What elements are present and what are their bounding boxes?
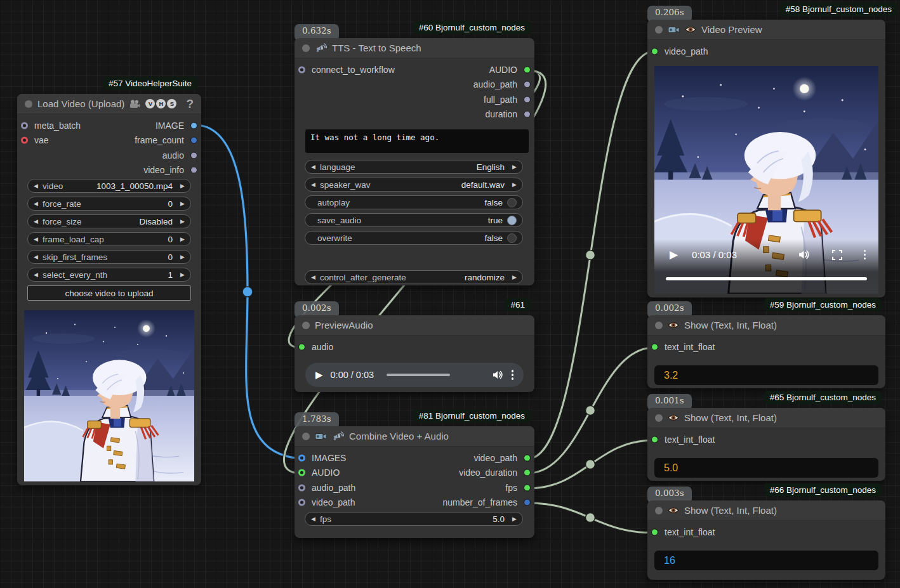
increment-icon[interactable]: ▶ (509, 516, 517, 522)
node-titlebar[interactable]: Combine Video + Audio (294, 426, 534, 447)
node-titlebar[interactable]: Load Video (Upload) V H S ? (17, 94, 201, 114)
toggle-on-icon[interactable] (507, 216, 517, 225)
widget-force-size[interactable]: ◀ force_size Disabled ▶ (27, 214, 191, 228)
output-port-video-path[interactable] (524, 454, 531, 461)
increment-icon[interactable]: ▶ (509, 164, 517, 170)
node-video-preview[interactable]: 0.206s #58 Bjornulf_custom_nodes Video P… (647, 20, 885, 297)
node-titlebar[interactable]: Show (Text, Int, Float) (647, 500, 885, 521)
widget-force-rate[interactable]: ◀ force_rate 0 ▶ (27, 197, 191, 211)
collapse-dot[interactable] (655, 507, 663, 514)
toggle-off-icon[interactable] (507, 233, 517, 243)
widget-fps[interactable]: ◀ fps 5.0 ▶ (305, 512, 523, 526)
input-port-video-path[interactable] (298, 499, 305, 506)
input-port-text-int-float[interactable] (651, 528, 658, 535)
decrement-icon[interactable]: ◀ (311, 516, 319, 522)
link-dot-image[interactable] (242, 287, 253, 297)
play-icon[interactable]: ▶ (315, 369, 323, 381)
node-titlebar[interactable]: Video Preview (647, 20, 885, 40)
volume-icon[interactable] (493, 370, 504, 380)
node-load-video[interactable]: #57 VideoHelperSuite Load Video (Upload)… (17, 94, 201, 485)
increment-icon[interactable]: ▶ (509, 274, 517, 280)
decrement-icon[interactable]: ◀ (311, 274, 319, 280)
widget-frame-load-cap[interactable]: ◀ frame_load_cap 0 ▶ (27, 232, 191, 246)
link-dot-fps[interactable] (586, 460, 595, 469)
collapse-dot[interactable] (302, 433, 310, 440)
output-port-video-duration[interactable] (524, 469, 531, 476)
decrement-icon[interactable]: ◀ (34, 254, 41, 260)
increment-icon[interactable]: ▶ (177, 218, 185, 225)
link-dot-videopath[interactable] (586, 251, 595, 260)
increment-icon[interactable]: ▶ (177, 183, 185, 189)
widget-speaker-wav[interactable]: ◀ speaker_wav default.wav ▶ (305, 178, 523, 192)
output-port-frame-count[interactable] (190, 137, 197, 144)
widget-select-every-nth[interactable]: ◀ select_every_nth 1 ▶ (27, 268, 191, 282)
increment-icon[interactable]: ▶ (177, 271, 185, 278)
input-port-audio[interactable] (298, 343, 305, 350)
collapse-dot[interactable] (302, 322, 310, 329)
play-icon[interactable]: ▶ (670, 248, 678, 261)
input-port-audio[interactable] (298, 469, 305, 476)
audio-player[interactable]: ▶ 0:00 / 0:03 (305, 363, 524, 387)
collapse-dot[interactable] (25, 100, 32, 108)
node-preview-audio[interactable]: 0.002s #61 PreviewAudio audio ▶ 0:00 / 0… (294, 315, 534, 392)
node-combine-video-audio[interactable]: 1.783s #81 Bjornulf_custom_nodes Combine… (294, 426, 534, 538)
node-titlebar[interactable]: PreviewAudio (294, 315, 534, 336)
video-player[interactable]: ▶ 0:03 / 0:03 (654, 66, 878, 294)
output-port-number-of-frames[interactable] (524, 499, 531, 506)
link-dot-duration[interactable] (586, 406, 595, 415)
node-titlebar[interactable]: Show (Text, Int, Float) (647, 408, 885, 428)
output-port-image[interactable] (190, 122, 197, 129)
audio-seekbar[interactable] (387, 374, 450, 376)
node-show-66[interactable]: 0.003s #66 Bjornulf_custom_nodes Show (T… (647, 500, 885, 580)
widget-skip-first-frames[interactable]: ◀ skip_first_frames 0 ▶ (27, 250, 191, 264)
kebab-menu-icon[interactable] (512, 370, 514, 380)
fullscreen-icon[interactable] (832, 250, 842, 260)
widget-video[interactable]: ◀ video 1003_1_00050.mp4 ▶ (27, 179, 191, 193)
widget-autoplay[interactable]: autoplay false (305, 195, 523, 209)
collapse-dot[interactable] (302, 44, 310, 52)
decrement-icon[interactable]: ◀ (34, 218, 41, 225)
input-port-text-int-float[interactable] (651, 436, 658, 443)
output-port-video-info[interactable] (190, 167, 197, 174)
input-port-video-path[interactable] (651, 48, 658, 55)
increment-icon[interactable]: ▶ (177, 200, 185, 207)
text-input[interactable]: It was not a long time ago. (305, 129, 529, 153)
increment-icon[interactable]: ▶ (177, 236, 185, 242)
decrement-icon[interactable]: ◀ (311, 181, 319, 188)
input-port-text-int-float[interactable] (651, 343, 658, 350)
output-port-audio[interactable] (524, 66, 531, 73)
output-port-audio[interactable] (190, 152, 197, 159)
node-show-65[interactable]: 0.001s #65 Bjornulf_custom_nodes Show (T… (647, 408, 885, 481)
increment-icon[interactable]: ▶ (177, 254, 185, 260)
node-titlebar[interactable]: Show (Text, Int, Float) (647, 315, 885, 336)
output-port-full-path[interactable] (524, 96, 531, 103)
video-seekbar[interactable] (666, 277, 867, 280)
input-port-audio-path[interactable] (298, 484, 305, 491)
node-canvas[interactable]: { "ui": { "arrow_left": "◀", "arrow_righ… (0, 0, 900, 588)
output-port-audio-path[interactable] (524, 81, 531, 88)
input-port-images[interactable] (298, 454, 305, 461)
node-tts[interactable]: 0.632s #60 Bjornulf_custom_nodes TTS - T… (294, 38, 534, 285)
increment-icon[interactable]: ▶ (509, 181, 517, 188)
input-port-vae[interactable] (21, 137, 28, 144)
widget-overwrite[interactable]: overwrite false (305, 231, 523, 245)
widget-save-audio[interactable]: save_audio true (305, 213, 523, 227)
output-port-fps[interactable] (524, 484, 531, 491)
choose-video-button[interactable]: choose video to upload (27, 285, 191, 301)
collapse-dot[interactable] (655, 414, 663, 422)
widget-control-after-generate[interactable]: ◀ control_after_generate randomize ▶ (305, 270, 523, 284)
decrement-icon[interactable]: ◀ (34, 183, 41, 189)
decrement-icon[interactable]: ◀ (311, 164, 319, 170)
node-show-59[interactable]: 0.002s #59 Bjornulf_custom_nodes Show (T… (647, 315, 885, 388)
kebab-menu-icon[interactable] (864, 250, 866, 260)
output-port-duration[interactable] (524, 111, 531, 118)
widget-language[interactable]: ◀ language English ▶ (305, 160, 523, 174)
node-titlebar[interactable]: TTS - Text to Speech (294, 38, 534, 58)
help-icon[interactable]: ? (186, 97, 194, 111)
toggle-off-icon[interactable] (507, 198, 517, 207)
decrement-icon[interactable]: ◀ (34, 236, 41, 242)
collapse-dot[interactable] (655, 322, 663, 329)
volume-icon[interactable] (798, 249, 811, 260)
decrement-icon[interactable]: ◀ (34, 271, 41, 278)
link-dot-frames[interactable] (586, 513, 595, 523)
